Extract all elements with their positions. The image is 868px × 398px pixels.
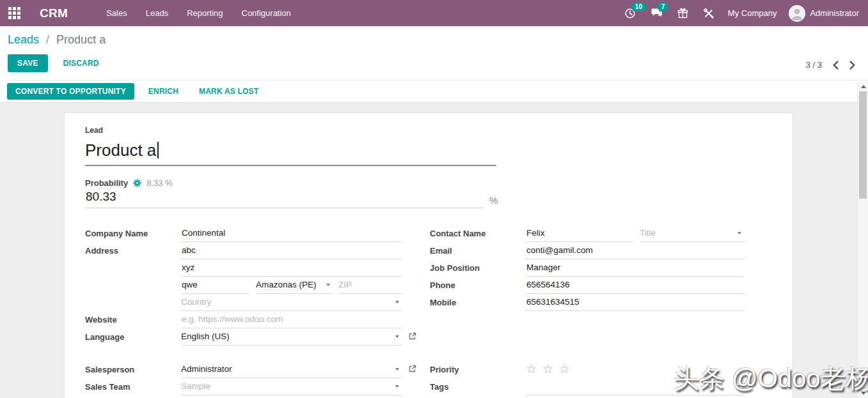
main-menu: Sales Leads Reporting Configuration: [106, 8, 291, 18]
email-input[interactable]: [526, 245, 744, 256]
messages-button[interactable]: 7: [649, 0, 664, 26]
lead-title-text: Product a: [85, 141, 156, 160]
gear-icon[interactable]: [133, 179, 141, 187]
title-placeholder: Title: [640, 228, 656, 239]
user-name[interactable]: Administrator: [810, 8, 859, 18]
menu-configuration[interactable]: Configuration: [242, 8, 291, 18]
convert-to-opportunity-button[interactable]: CONVERT TO OPPORTUNITY: [7, 83, 134, 100]
salesperson-label: Salesperson: [85, 361, 181, 378]
pager-count[interactable]: 3 / 3: [806, 60, 822, 70]
salesperson-value: Administrator: [181, 364, 232, 375]
salesperson-row: Salesperson Administrator: [85, 361, 402, 378]
menu-reporting[interactable]: Reporting: [187, 8, 223, 18]
sales-team-value: Sample: [181, 381, 210, 392]
company-switcher[interactable]: My Company: [728, 8, 777, 18]
language-label: Language: [85, 328, 181, 346]
mobile-input[interactable]: [526, 297, 744, 308]
tags-select[interactable]: [526, 378, 744, 395]
job-position-label: Job Position: [430, 259, 526, 277]
sales-team-label: Sales Team: [85, 378, 181, 395]
app-name[interactable]: CRM: [40, 6, 68, 20]
save-button[interactable]: SAVE: [8, 54, 48, 72]
chevron-down-icon: [395, 335, 399, 338]
scroll-up-arrow[interactable]: [861, 85, 866, 88]
sales-team-select[interactable]: Sample: [181, 378, 402, 395]
language-select[interactable]: English (US): [181, 328, 402, 346]
phone-input[interactable]: [526, 280, 744, 291]
tags-label: Tags: [430, 378, 526, 395]
chevron-right-icon: [849, 61, 855, 70]
mobile-row: Mobile: [430, 294, 744, 311]
probability-input[interactable]: [85, 190, 484, 208]
language-value: English (US): [181, 332, 230, 342]
job-position-row: Job Position: [430, 259, 744, 277]
phone-label: Phone: [430, 277, 526, 294]
probability-label: Probability: [85, 178, 128, 188]
apps-grid-icon: [8, 7, 20, 19]
user-menu[interactable]: Administrator: [789, 5, 859, 22]
lead-title-input[interactable]: Product a: [85, 141, 496, 166]
star-icon[interactable]: ☆: [559, 363, 570, 375]
company-name-input[interactable]: [181, 228, 402, 239]
chevron-down-icon: [738, 232, 741, 234]
sales-team-row: Sales Team Sample: [85, 378, 402, 395]
gift-button[interactable]: [676, 0, 690, 26]
text-cursor: [157, 142, 159, 158]
menu-leads[interactable]: Leads: [146, 8, 168, 18]
country-select[interactable]: Country: [181, 294, 402, 311]
mobile-label: Mobile: [430, 294, 526, 311]
lead-form-sheet: Lead Product a Probability 8.33 % % Comp…: [64, 112, 793, 398]
street-input[interactable]: [181, 245, 402, 256]
state-select[interactable]: Amazonas (PE): [256, 277, 333, 294]
tags-row: Tags: [430, 378, 744, 395]
address-street-row: Address: [85, 242, 402, 259]
content-area: Lead Product a Probability 8.33 % % Comp…: [0, 103, 868, 397]
breadcrumb-leads-link[interactable]: Leads: [8, 33, 39, 46]
probability-field: [85, 190, 483, 208]
scrollbar-thumb[interactable]: [859, 91, 867, 199]
topbar-right: 10 7 My Company Administrator: [623, 0, 859, 26]
activities-button[interactable]: 10: [623, 0, 637, 26]
address-street2-row: [85, 259, 402, 277]
salesperson-external-link-icon[interactable]: [408, 365, 416, 373]
gift-icon: [677, 8, 688, 19]
contact-name-input[interactable]: [526, 228, 633, 239]
job-position-input[interactable]: [526, 263, 744, 273]
country-row: Country: [85, 294, 402, 311]
street2-input[interactable]: [181, 263, 402, 273]
message-count-badge: 7: [658, 3, 669, 11]
chevron-down-icon: [395, 368, 399, 371]
developer-tools-button[interactable]: [702, 0, 716, 26]
website-input[interactable]: [181, 314, 402, 325]
title-select[interactable]: Title: [640, 225, 744, 242]
contact-name-row: Contact Name Title: [430, 225, 744, 242]
enrich-button[interactable]: ENRICH: [142, 83, 185, 100]
zip-input[interactable]: [338, 280, 402, 291]
pager-next-button[interactable]: [849, 61, 855, 70]
star-icon[interactable]: ☆: [542, 363, 553, 375]
tools-icon: [703, 8, 714, 19]
avatar[interactable]: [789, 5, 805, 22]
activity-count-badge: 10: [631, 3, 646, 11]
company-name-row: Company Name: [85, 225, 402, 242]
scroll-down-arrow[interactable]: [861, 392, 866, 395]
control-panel: Leads / Product a SAVE DISCARD 3 / 3: [0, 26, 868, 80]
chevron-left-icon: [833, 61, 839, 70]
breadcrumb-separator: /: [46, 33, 49, 46]
chevron-down-icon: [326, 284, 330, 286]
vertical-scrollbar[interactable]: [857, 82, 868, 398]
language-external-link-icon[interactable]: [408, 332, 416, 341]
chevron-down-icon: [395, 385, 399, 388]
city-input[interactable]: [181, 280, 249, 291]
percent-suffix: %: [489, 195, 498, 208]
pager-previous-button[interactable]: [833, 61, 839, 70]
star-icon[interactable]: ☆: [526, 363, 537, 375]
apps-menu-button[interactable]: [0, 0, 28, 26]
address-city-row: Amazonas (PE): [85, 277, 402, 294]
pager: 3 / 3: [806, 60, 855, 70]
menu-sales[interactable]: Sales: [106, 8, 127, 18]
salesperson-select[interactable]: Administrator: [181, 361, 402, 378]
website-row: Website: [85, 311, 402, 328]
discard-button[interactable]: DISCARD: [57, 54, 106, 72]
mark-as-lost-button[interactable]: MARK AS LOST: [193, 83, 265, 100]
